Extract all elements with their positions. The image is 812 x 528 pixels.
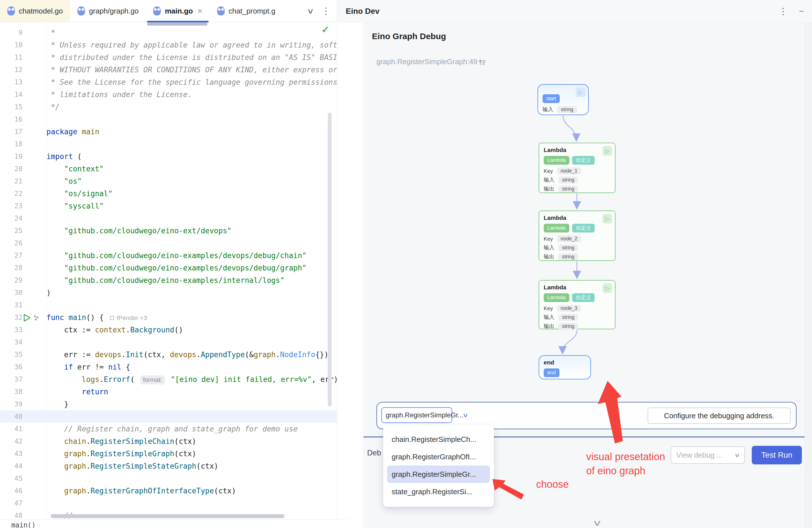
menu-item-graph-RegisterSimpleGr-[interactable]: graph.RegisterSimpleGr... — [387, 466, 490, 483]
code-line-38[interactable]: 38 return — [0, 385, 337, 398]
menu-item-graph-RegisterGraphOfI-[interactable]: graph.RegisterGraphOfI... — [387, 448, 490, 466]
code-line-44[interactable]: 44 graph.RegisterSimpleStateGraph(ctx) — [0, 460, 337, 472]
code-text: "os" — [46, 175, 337, 188]
ide-window: chatmodel.gograph/graph.gomain.go×chat_p… — [0, 0, 812, 528]
code-line-45[interactable]: 45 — [0, 472, 337, 485]
close-icon[interactable]: × — [197, 7, 202, 15]
code-line-26[interactable]: 26 — [0, 237, 337, 249]
code-line-39[interactable]: 39 } — [0, 398, 337, 410]
line-number: 26 — [0, 237, 23, 249]
gutter — [23, 63, 46, 76]
code-line-23[interactable]: 23 "syscall" — [0, 200, 337, 212]
tab-chatmodel-go[interactable]: chatmodel.go — [0, 0, 70, 22]
code-line-29[interactable]: 29 "github.com/cloudwego/eino-examples/i… — [0, 274, 337, 287]
code-line-13[interactable]: 13 * See the License for the specific la… — [0, 76, 337, 88]
gutter — [23, 200, 46, 212]
code-text: * distributed under the License is distr… — [46, 51, 337, 63]
test-run-button[interactable]: Test Run — [752, 446, 802, 465]
code-editor[interactable]: 9 *10 * Unless required by applicable la… — [0, 22, 337, 519]
inspection-ok-icon[interactable]: ✓ — [321, 24, 330, 35]
node-row-label: Key — [544, 168, 553, 174]
graph-node-start[interactable]: ▷start输入string — [537, 84, 589, 115]
code-line-17[interactable]: 17package main — [0, 126, 337, 138]
code-line-21[interactable]: 21 "os" — [0, 175, 337, 188]
line-number: 9 — [0, 27, 23, 39]
code-line-18[interactable]: 18 — [0, 138, 337, 150]
run-icon[interactable] — [23, 311, 46, 324]
code-line-27[interactable]: 27 "github.com/cloudwego/eino-examples/d… — [0, 249, 337, 262]
collapse-chevron-icon[interactable]: ∨ — [592, 518, 602, 528]
code-line-34[interactable]: 34 — [0, 336, 337, 349]
breadcrumb[interactable]: main() — [11, 521, 36, 528]
code-line-20[interactable]: 20 "context" — [0, 163, 337, 175]
code-line-11[interactable]: 11 * distributed under the License is di… — [0, 51, 337, 63]
node-play-icon[interactable]: ▷ — [603, 214, 612, 223]
node-play-icon[interactable]: ▷ — [603, 146, 612, 156]
gutter — [23, 448, 46, 460]
chevron-down-icon[interactable]: ∨ — [307, 7, 314, 15]
kebab-menu-icon[interactable]: ⋮ — [321, 6, 331, 16]
graph-node-end[interactable]: endend — [539, 355, 591, 379]
code-area[interactable]: 9 *10 * Unless required by applicable la… — [0, 27, 337, 519]
line-number: 28 — [0, 262, 23, 274]
code-line-32[interactable]: 32func main() { IPender +3 — [0, 311, 337, 324]
code-line-16[interactable]: 16 — [0, 113, 337, 126]
line-number: 46 — [0, 485, 23, 497]
graph-node-node_3[interactable]: ▷LambdaLambda自定义Keynode_3输入string输出strin… — [539, 280, 615, 329]
node-badge: Lambda — [544, 293, 569, 302]
code-line-40[interactable]: 40 — [0, 410, 337, 423]
graph-select[interactable]: graph.RegisterSimpleGr... ∨ — [381, 407, 452, 423]
code-line-22[interactable]: 22 "os/signal" — [0, 188, 337, 200]
code-line-33[interactable]: 33 ctx := context.Background() — [0, 324, 337, 336]
node-play-icon[interactable]: ▷ — [576, 88, 585, 97]
line-number: 23 — [0, 200, 23, 212]
configure-address-button[interactable]: Configure the debugging address. — [648, 408, 791, 424]
panel-options-icon[interactable]: ⋮ — [779, 6, 787, 17]
code-text: "github.com/cloudwego/eino-examples/devo… — [46, 249, 337, 262]
node-row-label: 输出 — [544, 253, 554, 260]
tab-main-go[interactable]: main.go× — [146, 0, 209, 22]
editor-horizontal-scrollbar[interactable] — [51, 514, 284, 518]
menu-item-state-graph-RegisterSi-[interactable]: state_graph.RegisterSi... — [387, 483, 490, 500]
code-line-36[interactable]: 36 if err != nil { — [0, 361, 337, 373]
minimize-icon[interactable]: − — [799, 6, 804, 16]
code-line-25[interactable]: 25 "github.com/cloudwego/eino-ext/devops… — [0, 224, 337, 237]
code-line-47[interactable]: 47 — [0, 497, 337, 510]
gutter — [23, 212, 46, 224]
code-line-43[interactable]: 43 graph.RegisterSimpleGraph(ctx) — [0, 448, 337, 460]
code-line-41[interactable]: 41 // Register chain, graph and state_gr… — [0, 423, 337, 435]
editor-vertical-scrollbar[interactable] — [328, 113, 332, 407]
code-line-24[interactable]: 24 — [0, 212, 337, 224]
code-line-19[interactable]: 19import ( — [0, 150, 337, 163]
line-number: 31 — [0, 299, 23, 311]
code-line-15[interactable]: 15 */ — [0, 101, 337, 113]
code-text — [46, 138, 337, 150]
gutter — [23, 188, 46, 200]
code-line-37[interactable]: 37 logs.Errorf( format: "[eino dev] init… — [0, 373, 337, 385]
line-number: 44 — [0, 460, 23, 472]
sort-lines-icon[interactable] — [478, 58, 487, 68]
code-line-10[interactable]: 10 * Unless required by applicable law o… — [0, 39, 337, 51]
node-badge: end — [544, 368, 560, 377]
tab-chat-prompt-g[interactable]: chat_prompt.g — [210, 0, 283, 22]
code-line-35[interactable]: 35 err := devops.Init(ctx, devops.Append… — [0, 349, 337, 361]
graph-node-node_2[interactable]: ▷LambdaLambda自定义Keynode_2输入string输出strin… — [539, 210, 615, 261]
code-text: err := devops.Init(ctx, devops.AppendTyp… — [46, 349, 337, 361]
code-line-14[interactable]: 14 * limitations under the License. — [0, 88, 337, 101]
node-row-chip: string — [558, 323, 578, 330]
node-play-icon[interactable]: ▷ — [603, 283, 612, 293]
code-line-12[interactable]: 12 * WITHOUT WARRANTIES OR CONDITIONS OF… — [0, 63, 337, 76]
panel-scroll-gutter[interactable] — [805, 23, 812, 528]
tab-graph-graph-go[interactable]: graph/graph.go — [70, 0, 146, 22]
code-text: * WITHOUT WARRANTIES OR CONDITIONS OF AN… — [46, 63, 337, 76]
graph-node-node_1[interactable]: ▷LambdaLambda自定义Keynode_1输入string输出strin… — [539, 143, 615, 193]
menu-item-chain-RegisterSimpleCh-[interactable]: chain.RegisterSimpleCh... — [387, 430, 490, 448]
code-line-30[interactable]: 30) — [0, 287, 337, 299]
code-line-31[interactable]: 31 — [0, 299, 337, 311]
code-line-9[interactable]: 9 * — [0, 27, 337, 39]
code-line-28[interactable]: 28 "github.com/cloudwego/eino-examples/d… — [0, 262, 337, 274]
code-line-42[interactable]: 42 chain.RegisterSimpleChain(ctx) — [0, 435, 337, 448]
line-number: 29 — [0, 274, 23, 287]
view-debug-select[interactable]: View debug ... ∨ — [671, 446, 745, 464]
code-line-46[interactable]: 46 graph.RegisterGraphOfInterfaceType(ct… — [0, 485, 337, 497]
